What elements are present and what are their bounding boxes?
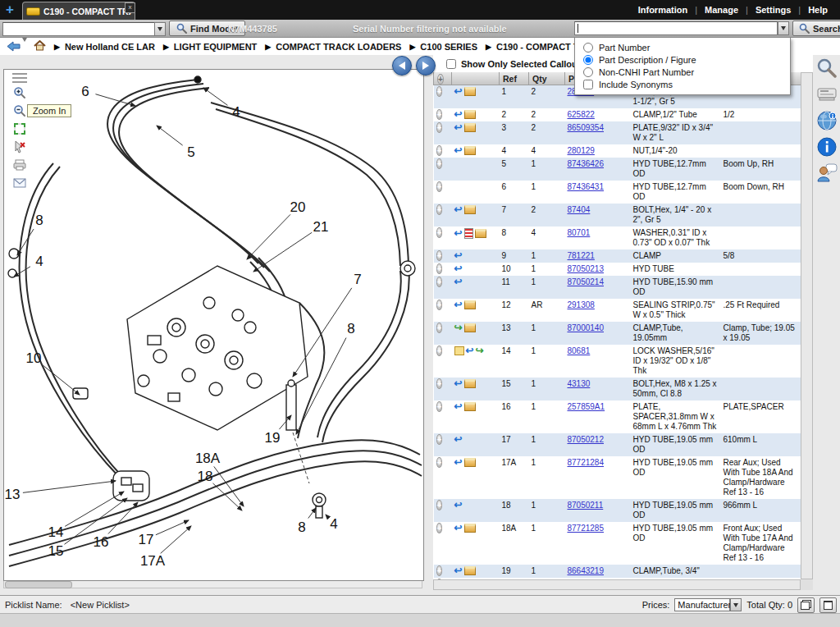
note-icon[interactable] [454,346,464,355]
package-icon[interactable] [475,229,486,238]
search-option-include-synonyms[interactable]: Include Synonyms [575,78,790,90]
part-number-link[interactable]: 87404 [568,205,591,214]
menu-item-manage[interactable]: Manage [697,5,746,15]
add-to-picklist-icon[interactable]: + [436,250,443,261]
search-combo-arrow[interactable] [778,21,789,35]
callout-6[interactable]: 6 [81,84,89,99]
add-to-picklist-icon[interactable]: + [436,434,443,445]
zoom-in-icon[interactable] [11,85,28,100]
callout-link-icon[interactable]: ↩ [454,110,463,119]
maximize-window-button[interactable] [819,597,837,613]
part-number-link[interactable]: 87436426 [568,159,605,168]
add-to-picklist-icon[interactable]: + [436,378,443,389]
add-to-picklist-icon[interactable]: + [436,204,443,215]
callout-link-icon[interactable]: ↩ [454,251,463,260]
tab-close-icon[interactable]: x [125,2,135,13]
callout-5[interactable]: 5 [187,144,194,160]
header-add-all[interactable]: + [434,72,452,85]
search-option-non-cnhi-part-number[interactable]: Non-CNHI Part Number [575,66,790,78]
add-to-picklist-icon[interactable]: + [436,277,443,287]
info-icon[interactable] [816,136,838,158]
part-number-link[interactable]: 86643219 [568,566,605,575]
add-to-picklist-icon[interactable]: + [436,300,443,310]
model-combo-arrow[interactable] [154,22,166,36]
add-to-picklist-icon[interactable]: + [436,523,443,533]
part-number-link[interactable]: 87436431 [568,182,605,191]
callout-link-icon[interactable]: ↩ [454,458,463,467]
package-icon[interactable] [464,323,476,332]
part-number-link[interactable]: 87050211 [568,501,604,510]
add-to-picklist-icon[interactable]: + [436,565,443,576]
callout-link-icon[interactable]: ↩ [466,346,474,355]
add-to-picklist-icon[interactable]: + [436,323,443,333]
callout-4[interactable]: 4 [330,516,337,532]
callout-8[interactable]: 8 [298,519,305,535]
part-number-link[interactable]: 80701 [568,228,591,237]
cancel-selection-icon[interactable] [11,140,28,154]
package-icon[interactable] [464,87,476,96]
part-number-link[interactable]: 87721284 [568,458,605,467]
cascade-windows-button[interactable] [797,597,815,613]
part-number-link[interactable]: 87000140 [568,323,605,332]
breadcrumb-item[interactable]: LIGHT EQUIPMENT [174,42,257,52]
add-to-picklist-icon[interactable]: + [436,500,443,510]
callout-link-icon[interactable]: ↩ [454,379,463,388]
show-only-selected-callouts-checkbox[interactable] [446,59,456,69]
callout-link-icon[interactable]: ↩ [454,229,463,238]
package-icon[interactable] [464,123,476,132]
add-to-picklist-icon[interactable]: + [436,457,443,468]
add-to-picklist-icon[interactable]: + [436,346,443,356]
part-search-input[interactable] [574,21,778,35]
search-button[interactable]: Search [792,21,840,36]
radio-input[interactable] [583,55,593,65]
callout-21[interactable]: 21 [313,219,329,235]
callout-link-icon[interactable]: ↩ [454,566,463,575]
callout-8[interactable]: 8 [347,321,354,336]
package-icon[interactable] [464,402,476,411]
table-hscrollbar[interactable] [433,579,801,590]
part-number-link[interactable]: 87050212 [568,435,605,444]
callout-4[interactable]: 4 [35,254,43,269]
zoom-region-icon[interactable] [11,121,28,136]
print-icon[interactable] [11,158,28,172]
part-number-link[interactable]: 280129 [568,146,595,155]
part-number-link[interactable]: 43130 [568,379,591,388]
callout-16[interactable]: 16 [94,534,109,550]
part-number-link[interactable]: 781221 [568,251,595,260]
callout-10[interactable]: 10 [26,350,42,366]
add-to-picklist-icon[interactable]: + [436,145,443,156]
part-number-link[interactable]: 87721285 [568,524,605,533]
callout-17[interactable]: 17 [139,532,154,547]
package-icon[interactable] [464,205,476,214]
back-arrow-icon[interactable] [7,41,21,52]
callout-7[interactable]: 7 [354,272,361,287]
table-vscrollbar[interactable] [801,72,813,579]
callout-link-icon[interactable]: ↩ [454,264,463,273]
callout-link-icon[interactable]: ↩ [454,402,463,411]
breadcrumb-item[interactable]: COMPACT TRACK LOADERS [276,42,401,52]
package-icon[interactable] [464,566,476,575]
checkbox-input[interactable] [583,80,593,89]
add-to-picklist-icon[interactable]: + [436,263,443,274]
previous-figure-button[interactable] [392,56,412,76]
package-icon[interactable] [464,146,476,155]
picklist-name-value[interactable]: <New Picklist> [71,600,130,610]
parts-diagram-panel[interactable]: 6548410131415161717A18A181920217884 [3,69,424,581]
breadcrumb-item[interactable]: New Holland CE LAR [65,42,155,52]
callout-20[interactable]: 20 [290,199,306,215]
menu-item-settings[interactable]: Settings [748,5,798,15]
menu-item-help[interactable]: Help [801,5,835,15]
forward-link-icon[interactable]: ↪ [476,346,484,355]
part-number-link[interactable]: 80681 [568,346,591,355]
callout-link-icon[interactable]: ↩ [454,501,463,510]
search-option-part-description-figure[interactable]: Part Description / Figure [575,53,790,66]
part-number-link[interactable]: 257859A1 [568,402,605,411]
search-option-part-number[interactable]: Part Number [575,41,790,53]
prices-select[interactable]: Manufacturer [674,598,730,611]
callout-19[interactable]: 19 [265,430,281,446]
callout-link-icon[interactable]: ↩ [454,300,463,309]
price-list-flag-icon[interactable] [464,228,473,239]
package-icon[interactable] [464,300,476,309]
tab-c190[interactable]: C190 - COMPACT TRA... [22,2,135,20]
package-icon[interactable] [464,379,476,388]
